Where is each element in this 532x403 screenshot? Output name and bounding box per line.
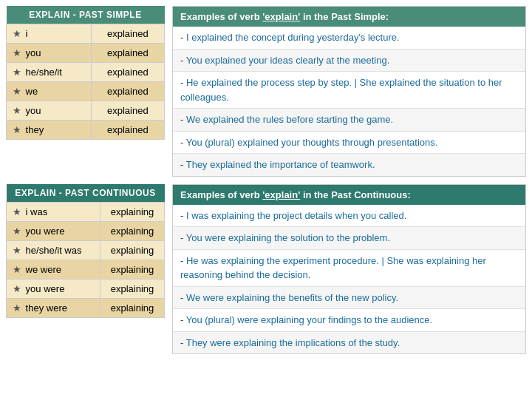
past-continuous-table-container: EXPLAIN - PAST CONTINUOUS ★ i was explai… [6, 184, 165, 355]
form-cell: explained [91, 63, 164, 82]
form-cell: explaining [100, 221, 165, 240]
past-continuous-examples-body: - I was explaining the project details w… [173, 205, 525, 354]
pronoun-cell: ★ we [7, 82, 92, 101]
examples-post-cont: in the Past Continuous: [300, 189, 411, 200]
example-row: - We were explaining the benefits of the… [173, 287, 525, 310]
examples-post: in the Past Simple: [300, 11, 389, 22]
form-cell: explaining [100, 240, 165, 260]
past-continuous-table: EXPLAIN - PAST CONTINUOUS ★ i was explai… [6, 184, 165, 318]
form-cell: explained [91, 82, 164, 101]
table-row: ★ they were explaining [7, 298, 165, 317]
pronoun-cell: ★ you were [7, 279, 100, 298]
example-row: - They were explaining the implications … [173, 332, 525, 354]
past-simple-examples-header: Examples of verb 'explain' in the Past S… [173, 7, 525, 27]
examples-pre-cont: Examples of verb [180, 189, 262, 200]
examples-pre: Examples of verb [180, 11, 262, 22]
past-simple-examples: Examples of verb 'explain' in the Past S… [172, 6, 526, 177]
past-continuous-examples-header: Examples of verb 'explain' in the Past C… [173, 185, 525, 205]
table-row: ★ you explained [7, 44, 165, 63]
main-grid: EXPLAIN - PAST SIMPLE ★ i explained ★ yo… [6, 6, 526, 354]
table-row: ★ you explained [7, 101, 165, 121]
example-row: - He explained the process step by step.… [173, 72, 525, 109]
past-continuous-examples: Examples of verb 'explain' in the Past C… [172, 184, 526, 355]
past-simple-title: EXPLAIN - PAST SIMPLE [7, 6, 165, 24]
pronoun-cell: ★ you were [7, 221, 100, 240]
table-row: ★ they explained [7, 121, 165, 140]
form-cell: explained [91, 121, 164, 140]
example-row: - You were explaining the solution to th… [173, 227, 525, 250]
form-cell: explaining [100, 298, 165, 317]
form-cell: explained [91, 44, 164, 63]
example-row: - You (plural) were explaining your find… [173, 309, 525, 332]
past-continuous-title: EXPLAIN - PAST CONTINUOUS [7, 184, 165, 203]
example-row: - I explained the concept during yesterd… [173, 27, 525, 50]
table-row: ★ i explained [7, 24, 165, 44]
form-cell: explaining [100, 260, 165, 279]
table-row: ★ you were explaining [7, 279, 165, 298]
form-cell: explained [91, 24, 164, 44]
form-cell: explaining [100, 279, 165, 298]
table-row: ★ i was explaining [7, 202, 165, 221]
examples-verb: 'explain' [262, 11, 300, 22]
pronoun-cell: ★ he/she/it [7, 63, 92, 82]
table-row: ★ we were explaining [7, 260, 165, 279]
table-row: ★ he/she/it explained [7, 63, 165, 82]
pronoun-cell: ★ he/she/it was [7, 240, 100, 260]
pronoun-cell: ★ they were [7, 298, 100, 317]
pronoun-cell: ★ you [7, 44, 92, 63]
pronoun-cell: ★ i [7, 24, 92, 44]
pronoun-cell: ★ we were [7, 260, 100, 279]
table-row: ★ you were explaining [7, 221, 165, 240]
table-row: ★ we explained [7, 82, 165, 101]
past-simple-table-container: EXPLAIN - PAST SIMPLE ★ i explained ★ yo… [6, 6, 165, 177]
example-row: - You (plural) explained your thoughts t… [173, 132, 525, 155]
pronoun-cell: ★ they [7, 121, 92, 140]
pronoun-cell: ★ you [7, 101, 92, 121]
example-row: - He was explaining the experiment proce… [173, 250, 525, 287]
pronoun-cell: ★ i was [7, 202, 100, 221]
past-simple-table: EXPLAIN - PAST SIMPLE ★ i explained ★ yo… [6, 6, 165, 140]
examples-verb-cont: 'explain' [262, 189, 300, 200]
example-row: - You explained your ideas clearly at th… [173, 50, 525, 72]
example-row: - We explained the rules before starting… [173, 109, 525, 132]
form-cell: explaining [100, 202, 165, 221]
past-simple-examples-body: - I explained the concept during yesterd… [173, 27, 525, 176]
example-row: - I was explaining the project details w… [173, 205, 525, 228]
form-cell: explained [91, 101, 164, 121]
table-row: ★ he/she/it was explaining [7, 240, 165, 260]
example-row: - They explained the importance of teamw… [173, 154, 525, 176]
